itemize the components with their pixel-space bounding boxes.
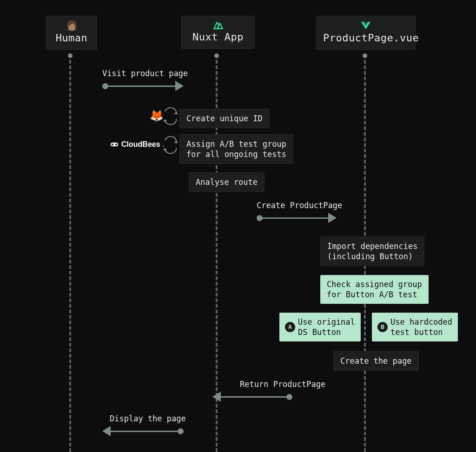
note-check-group: Check assigned group for Button A/B test bbox=[320, 275, 429, 304]
message-label-visit: Visit product page bbox=[102, 69, 188, 78]
sequence-diagram: 👩🏽 Human Nuxt App ProductPage.vue Visit … bbox=[0, 0, 476, 452]
lifeline-human bbox=[69, 53, 71, 452]
svg-point-3 bbox=[115, 144, 117, 145]
svg-marker-1 bbox=[163, 120, 167, 123]
svg-marker-5 bbox=[163, 149, 167, 151]
cloudbees-logo: CloudBees. bbox=[110, 140, 165, 149]
woman-emoji: 👩🏽 bbox=[66, 21, 78, 30]
vue-icon bbox=[360, 21, 371, 30]
self-loop-assign-group bbox=[161, 137, 180, 153]
note-option-b: B Use hardcoded test button bbox=[372, 313, 458, 341]
participant-productpage: ProductPage.vue bbox=[316, 16, 416, 50]
nuxt-icon bbox=[212, 21, 224, 29]
participant-label: ProductPage.vue bbox=[323, 32, 409, 44]
participant-human: 👩🏽 Human bbox=[46, 16, 97, 50]
badge-a: A bbox=[285, 322, 295, 332]
self-loop-unique-id bbox=[161, 108, 180, 124]
note-create-unique-id: Create unique ID bbox=[179, 109, 270, 128]
note-assign-group: Assign A/B test group for all ongoing te… bbox=[179, 134, 293, 164]
svg-marker-4 bbox=[174, 140, 178, 143]
note-create-page: Create the page bbox=[333, 351, 419, 371]
participant-label: Nuxt App bbox=[188, 31, 248, 43]
badge-b: B bbox=[377, 322, 388, 332]
message-label-display: Display the page bbox=[110, 414, 186, 423]
message-label-return: Return ProductPage bbox=[240, 380, 325, 389]
note-option-a: A Use original DS Button bbox=[279, 313, 361, 341]
message-label-create-productpage: Create ProductPage bbox=[257, 201, 342, 210]
participant-nuxt: Nuxt App bbox=[181, 16, 255, 49]
participant-label: Human bbox=[53, 32, 90, 44]
svg-marker-0 bbox=[174, 111, 178, 114]
note-import-deps: Import dependencies (including Button) bbox=[320, 236, 424, 266]
svg-point-2 bbox=[112, 144, 113, 145]
note-analyse-route: Analyse route bbox=[189, 172, 264, 192]
